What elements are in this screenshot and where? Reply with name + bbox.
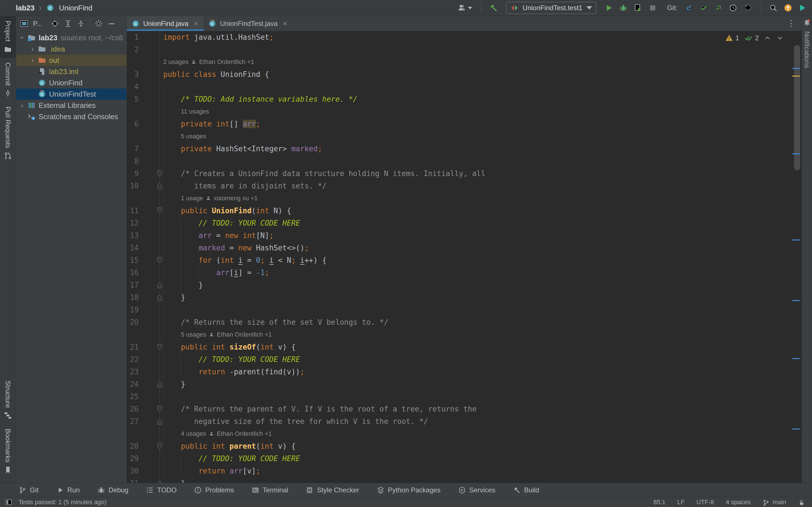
- code-line-15[interactable]: 15for (int i = 0; i < N; i++) {: [127, 254, 802, 267]
- line-number[interactable]: 7: [127, 143, 139, 155]
- line-number[interactable]: 28: [127, 440, 139, 452]
- author-hint[interactable]: Ethan Ordentlich +1: [217, 328, 272, 341]
- code-line-30[interactable]: 30return arr[v];: [127, 465, 802, 477]
- code-line-18[interactable]: 18}: [127, 291, 802, 304]
- project-panel-title[interactable]: P...: [33, 20, 42, 27]
- run-config-selector[interactable]: UnionFindTest.test1: [506, 2, 597, 14]
- search-everywhere-button[interactable]: [769, 4, 777, 12]
- tree-item-.idea[interactable]: ›.idea: [16, 43, 126, 55]
- fold-up-icon[interactable]: [156, 480, 163, 483]
- chevron-right-icon[interactable]: ›: [17, 101, 28, 109]
- stripe-mark[interactable]: [792, 358, 800, 359]
- code-line-7[interactable]: 7private HashSet<Integer> marked;: [127, 143, 802, 155]
- line-number[interactable]: 12: [127, 217, 139, 229]
- code-line-1[interactable]: 1import java.util.HashSet;: [127, 31, 802, 43]
- usages-hint[interactable]: 5 usages: [181, 328, 206, 341]
- history-button[interactable]: [729, 4, 737, 12]
- code-line-29[interactable]: 29// TODO: YOUR CODE HERE: [127, 452, 802, 465]
- tree-item-scratches-and-consoles[interactable]: Scratches and Consoles: [16, 111, 126, 122]
- tool-strip-item-project[interactable]: Project: [0, 16, 16, 58]
- tree-item-unionfind[interactable]: CUnionFind: [16, 77, 126, 89]
- status-item-main[interactable]: main: [762, 499, 786, 506]
- code-line-3[interactable]: 3public class UnionFind {: [127, 68, 802, 80]
- user-menu-button[interactable]: [458, 4, 472, 12]
- editor-scrollbar[interactable]: [794, 45, 800, 170]
- author-hint[interactable]: xiaomeng xu +1: [214, 192, 258, 205]
- code-line-21[interactable]: 21public int sizeOf(int v) {: [127, 341, 802, 353]
- code-line-20[interactable]: 20/* Returns the size of the set V belon…: [127, 316, 802, 328]
- status-item-4-spaces[interactable]: 4 spaces: [726, 499, 751, 506]
- fold-up-icon[interactable]: [156, 381, 163, 388]
- run-button[interactable]: [605, 4, 613, 12]
- line-number[interactable]: 1: [127, 31, 139, 43]
- tree-item-out[interactable]: ›out: [16, 55, 126, 66]
- fold-down-icon[interactable]: [156, 207, 163, 214]
- code-line-16[interactable]: 16arr[i] = -1;: [127, 267, 802, 279]
- git-commit-button[interactable]: [700, 4, 708, 12]
- inlay-hint-row[interactable]: 2 usagesEthan Ordentlich +1: [127, 56, 802, 68]
- fold-down-icon[interactable]: [156, 257, 163, 264]
- line-number[interactable]: 17: [127, 279, 139, 291]
- tool-strip-item-bookmarks[interactable]: Bookmarks: [0, 424, 16, 479]
- stripe-mark[interactable]: [792, 68, 800, 69]
- stripe-mark[interactable]: [792, 239, 800, 240]
- line-number[interactable]: 20: [127, 316, 139, 328]
- tool-window-button-services[interactable]: Services: [458, 486, 495, 494]
- line-number[interactable]: 6: [127, 118, 139, 130]
- breadcrumb-file[interactable]: UnionFind: [59, 4, 93, 12]
- inlay-hint-row[interactable]: 1 usagexiaomeng xu +1: [127, 192, 802, 205]
- close-icon[interactable]: ×: [193, 19, 198, 28]
- code-line-19[interactable]: 19: [127, 304, 802, 316]
- line-number[interactable]: 26: [127, 403, 139, 415]
- status-item-unlock[interactable]: [798, 499, 805, 506]
- line-number[interactable]: 23: [127, 365, 139, 378]
- usages-hint[interactable]: 2 usages: [163, 56, 188, 68]
- tab-unionfind-java[interactable]: CUnionFind.java×: [127, 16, 204, 31]
- tool-window-button-build[interactable]: Build: [513, 486, 539, 494]
- tool-strip-item-commit[interactable]: Commit: [0, 58, 16, 102]
- line-number[interactable]: 11: [127, 205, 139, 217]
- stripe-mark[interactable]: [792, 300, 800, 301]
- line-number[interactable]: 2: [127, 43, 139, 56]
- code-line-2[interactable]: 2: [127, 43, 802, 56]
- code-line-4[interactable]: 4: [127, 80, 802, 93]
- tool-strip-item-structure[interactable]: Structure: [0, 376, 16, 424]
- code-line-25[interactable]: 25: [127, 390, 802, 403]
- locate-icon[interactable]: [51, 19, 59, 28]
- code-line-13[interactable]: 13arr = new int[N];: [127, 229, 802, 242]
- code-area[interactable]: 1import java.util.HashSet;22 usagesEthan…: [127, 31, 802, 483]
- inlay-hint-row[interactable]: 5 usagesEthan Ordentlich +1: [127, 328, 802, 341]
- git-push-button[interactable]: [714, 4, 723, 12]
- line-number[interactable]: 3: [127, 68, 139, 80]
- inlay-hint-row[interactable]: 5 usages: [127, 130, 802, 143]
- line-number[interactable]: 14: [127, 242, 139, 254]
- notifications-bell-icon[interactable]: [803, 19, 811, 27]
- status-message[interactable]: Tests passed: 1 (5 minutes ago): [18, 499, 107, 506]
- fold-up-icon[interactable]: [156, 182, 163, 189]
- tree-item-unionfindtest[interactable]: CUnionFindTest: [16, 89, 126, 100]
- code-line-9[interactable]: 9/* Creates a UnionFind data structure h…: [127, 167, 802, 180]
- code-line-26[interactable]: 26/* Returns the parent of V. If V is th…: [127, 403, 802, 415]
- tree-item-external-libraries[interactable]: ›External Libraries: [16, 100, 126, 111]
- line-number[interactable]: 31: [127, 477, 139, 483]
- more-options-icon[interactable]: ⋮: [787, 18, 795, 28]
- code-line-5[interactable]: 5/* TODO: Add instance variables here. *…: [127, 93, 802, 105]
- tree-item-lab23[interactable]: ›lab23sources root, ~/cs6: [16, 32, 126, 43]
- line-number[interactable]: 30: [127, 465, 139, 477]
- warnings-indicator[interactable]: 1: [725, 34, 739, 42]
- code-line-12[interactable]: 12// TODO: YOUR CODE HERE: [127, 217, 802, 229]
- tool-strip-item-pull-requests[interactable]: Pull Requests: [0, 102, 16, 165]
- line-number[interactable]: 8: [127, 155, 139, 167]
- code-line-11[interactable]: 11public UnionFind(int N) {: [127, 205, 802, 217]
- fold-up-icon[interactable]: [156, 418, 163, 425]
- tab-unionfindtest-java[interactable]: CUnionFindTest.java×: [204, 16, 293, 31]
- tree-item-lab23.iml[interactable]: lab23.iml: [16, 66, 126, 77]
- tool-window-button-problems[interactable]: Problems: [194, 486, 234, 494]
- status-item-85-1[interactable]: 85:1: [653, 499, 665, 506]
- tool-window-button-run[interactable]: Run: [56, 486, 80, 494]
- line-number[interactable]: 10: [127, 180, 139, 192]
- stripe-mark[interactable]: [792, 75, 800, 76]
- code-line-14[interactable]: 14marked = new HashSet<>();: [127, 242, 802, 254]
- line-number[interactable]: 15: [127, 254, 139, 267]
- next-problem-button[interactable]: [776, 34, 783, 42]
